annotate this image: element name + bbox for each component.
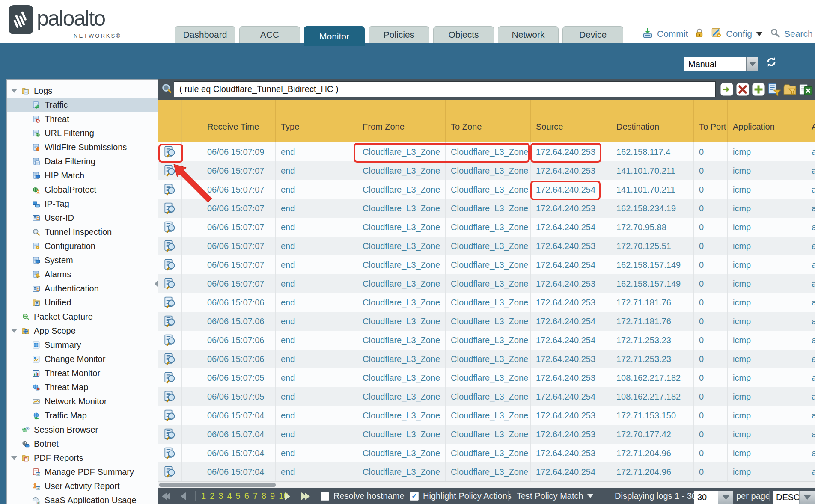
log-row[interactable]: 06/06 15:07:04endCloudflare_L3_ZoneCloud… xyxy=(158,425,815,444)
page-number-2[interactable]: 2 xyxy=(210,491,214,501)
tab-network[interactable]: Network xyxy=(498,26,559,43)
log-detail-icon[interactable] xyxy=(158,218,182,237)
sidebar-item-network-monitor[interactable]: Network Monitor xyxy=(7,394,158,409)
sort-order-select[interactable]: DESC xyxy=(773,489,815,504)
log-detail-icon[interactable] xyxy=(158,237,182,255)
page-number-4[interactable]: 4 xyxy=(227,491,232,501)
tab-dashboard[interactable]: Dashboard xyxy=(175,26,235,43)
log-detail-icon[interactable] xyxy=(158,331,182,350)
log-detail-icon[interactable] xyxy=(158,312,182,331)
add-filter-icon[interactable] xyxy=(752,83,765,96)
page-number-8[interactable]: 8 xyxy=(262,491,266,501)
sidebar-collapse-handle[interactable] xyxy=(155,277,158,290)
sidebar-item-manage-pdf-summary[interactable]: Manage PDF Summary xyxy=(7,465,158,479)
sidebar-item-session-browser[interactable]: Session Browser xyxy=(7,423,158,437)
log-row[interactable]: 06/06 15:07:04endCloudflare_L3_ZoneCloud… xyxy=(158,406,815,425)
per-page-select[interactable]: 30 xyxy=(694,489,733,504)
first-page-button[interactable] xyxy=(162,488,170,504)
log-row[interactable]: 06/06 15:07:07endCloudflare_L3_ZoneCloud… xyxy=(158,161,815,180)
sidebar-item-change-monitor[interactable]: Change Monitor xyxy=(7,352,158,366)
sort-order-value[interactable]: DESC xyxy=(773,491,799,504)
tab-acc[interactable]: ACC xyxy=(239,26,300,43)
page-number-1[interactable]: 1 xyxy=(201,491,206,501)
sidebar-item-ip-tag[interactable]: IP-Tag xyxy=(7,197,158,211)
col-header-destination[interactable]: Destination xyxy=(611,100,694,142)
sidebar-item-data-filtering[interactable]: Data Filtering xyxy=(7,154,158,169)
expander-icon[interactable] xyxy=(11,89,21,93)
sidebar-item-user-id[interactable]: User-ID xyxy=(7,211,158,225)
apply-filter-icon[interactable] xyxy=(720,83,734,96)
lock-icon[interactable] xyxy=(694,28,705,40)
page-number-5[interactable]: 5 xyxy=(236,491,241,501)
sidebar-item-traffic[interactable]: Traffic xyxy=(7,98,158,112)
refresh-mode-caret-icon[interactable] xyxy=(747,57,758,71)
log-detail-icon[interactable] xyxy=(158,350,182,368)
sort-order-caret-icon[interactable] xyxy=(799,491,815,504)
last-page-button[interactable] xyxy=(301,488,310,504)
save-filter-icon[interactable] xyxy=(767,83,781,96)
sidebar-item-summary[interactable]: Summary xyxy=(7,338,158,352)
log-row[interactable]: 06/06 15:07:06endCloudflare_L3_ZoneCloud… xyxy=(158,350,815,368)
highlight-policy-checkbox[interactable]: ✓ xyxy=(410,492,419,501)
sidebar-item-logs[interactable]: Logs xyxy=(7,84,158,98)
log-row[interactable]: 06/06 15:07:06endCloudflare_L3_ZoneCloud… xyxy=(158,312,815,331)
sidebar-item-globalprotect[interactable]: GlobalProtect xyxy=(7,183,158,197)
config-caret-icon[interactable] xyxy=(756,32,763,36)
page-number-3[interactable]: 3 xyxy=(218,491,223,501)
filter-query-input[interactable] xyxy=(174,81,716,97)
config-icon[interactable] xyxy=(711,27,722,41)
log-row[interactable]: 06/06 15:07:07endCloudflare_L3_ZoneCloud… xyxy=(158,218,815,237)
tab-policies[interactable]: Policies xyxy=(369,26,429,43)
log-detail-icon[interactable] xyxy=(158,444,182,462)
log-detail-icon[interactable] xyxy=(158,255,182,274)
sidebar-item-user-activity-report[interactable]: User Activity Report xyxy=(7,479,158,493)
per-page-caret-icon[interactable] xyxy=(718,491,733,504)
col-header-a[interactable]: A xyxy=(806,100,815,142)
sidebar-item-packet-capture[interactable]: Packet Capture xyxy=(7,310,158,324)
sidebar-item-hip-match[interactable]: HIP Match xyxy=(7,169,158,183)
log-detail-icon[interactable] xyxy=(158,387,182,406)
sidebar-item-traffic-map[interactable]: Traffic Map xyxy=(7,409,158,423)
tab-device[interactable]: Device xyxy=(562,26,623,43)
log-detail-icon[interactable] xyxy=(158,199,182,218)
page-number-7[interactable]: 7 xyxy=(253,491,258,501)
tab-monitor[interactable]: Monitor xyxy=(304,26,365,46)
search-button[interactable]: Search xyxy=(784,29,813,39)
sidebar-item-authentication[interactable]: Authentication xyxy=(7,282,158,296)
horizontal-scrollbar[interactable] xyxy=(158,481,815,488)
commit-button[interactable]: Commit xyxy=(657,29,688,39)
col-header-to-zone[interactable]: To Zone xyxy=(446,100,531,142)
sidebar-item-threat[interactable]: Threat xyxy=(7,112,158,126)
refresh-icon[interactable] xyxy=(765,56,777,70)
page-number-6[interactable]: 6 xyxy=(244,491,249,501)
export-csv-icon[interactable] xyxy=(799,83,813,96)
log-row[interactable]: 06/06 15:07:06endCloudflare_L3_ZoneCloud… xyxy=(158,331,815,350)
log-row[interactable]: 06/06 15:07:05endCloudflare_L3_ZoneCloud… xyxy=(158,368,815,387)
log-detail-icon[interactable] xyxy=(158,293,182,312)
per-page-value[interactable]: 30 xyxy=(694,491,718,504)
search-icon[interactable] xyxy=(770,28,780,40)
sidebar-item-threat-map[interactable]: Threat Map xyxy=(7,380,158,394)
sidebar-item-wildfire-submissions[interactable]: WildFire Submissions xyxy=(7,140,158,154)
col-header-source[interactable]: Source xyxy=(531,100,611,142)
log-detail-icon[interactable] xyxy=(158,406,182,425)
next-page-button[interactable] xyxy=(285,488,290,504)
log-detail-icon[interactable] xyxy=(158,161,182,180)
horizontal-scrollbar-thumb[interactable] xyxy=(159,483,276,487)
clear-filter-icon[interactable] xyxy=(736,83,750,96)
sidebar-item-system[interactable]: System xyxy=(7,253,158,267)
log-row[interactable]: 06/06 15:07:07endCloudflare_L3_ZoneCloud… xyxy=(158,274,815,293)
log-detail-icon[interactable] xyxy=(158,368,182,387)
sidebar-item-pdf-reports[interactable]: PDF Reports xyxy=(7,451,158,465)
sidebar-item-threat-monitor[interactable]: Threat Monitor xyxy=(7,366,158,380)
load-filter-icon[interactable] xyxy=(783,83,797,96)
test-policy-match-button[interactable]: Test Policy Match xyxy=(517,488,593,504)
col-header-type[interactable]: Type xyxy=(276,100,357,142)
log-row[interactable]: 06/06 15:07:05endCloudflare_L3_ZoneCloud… xyxy=(158,387,815,406)
log-row[interactable]: 06/06 15:07:07endCloudflare_L3_ZoneCloud… xyxy=(158,255,815,274)
config-button[interactable]: Config xyxy=(726,29,752,39)
sidebar-item-configuration[interactable]: Configuration xyxy=(7,239,158,253)
commit-icon[interactable] xyxy=(642,27,653,41)
sidebar-item-tunnel-inspection[interactable]: Tunnel Inspection xyxy=(7,225,158,239)
sidebar-item-botnet[interactable]: Botnet xyxy=(7,437,158,451)
